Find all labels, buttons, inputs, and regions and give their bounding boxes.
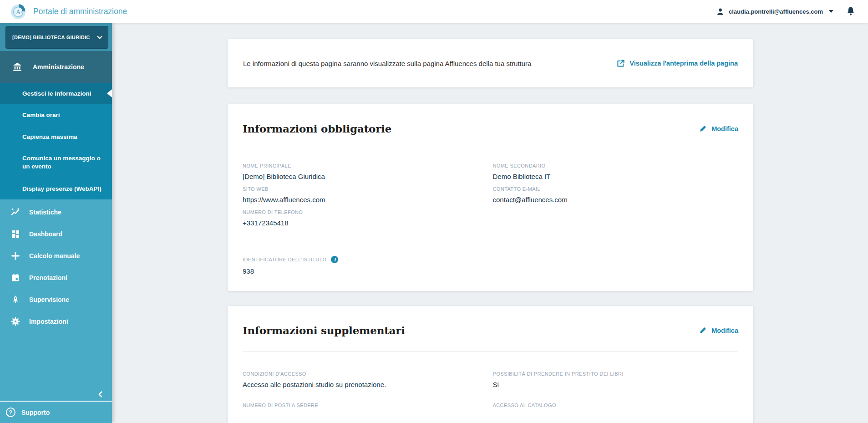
banner-message: Le informazioni di questa pagina saranno…	[243, 60, 531, 67]
submenu-label: Gestisci le informazioni	[22, 90, 91, 97]
chevron-down-icon	[96, 33, 104, 41]
field-label: NUMERO DI TELEFONO	[243, 209, 488, 215]
submenu-label: Comunica un messaggio o un evento	[22, 154, 104, 170]
sidebar-item-label: Supervisione	[29, 296, 69, 303]
main-content: Le informazioni di questa pagina saranno…	[112, 23, 868, 423]
field-prestito-libri: POSSIBILITÀ DI PRENDERE IN PRESTITO DEI …	[493, 371, 739, 389]
sidebar-item-amministrazione[interactable]: Amministrazione	[0, 51, 112, 83]
field-value: Demo Biblioteca IT	[493, 173, 739, 181]
field-label: NOME SECONDARIO	[493, 163, 739, 168]
header-right: claudia.pontrelli@affluences.com	[716, 6, 855, 16]
chevron-down-icon	[829, 10, 833, 13]
field-value	[243, 412, 488, 420]
chevron-left-icon	[96, 390, 105, 398]
identifier-block: IDENTIFICATORE DELL'ISTITUTO i 938	[243, 256, 738, 275]
field-posti-a-sedere: NUMERO DI POSTI A SEDERE	[243, 403, 488, 420]
sidebar-item-supervisione[interactable]: Supervisione	[0, 289, 112, 311]
notifications-button[interactable]	[846, 6, 855, 16]
sidebar-item-dashboard[interactable]: Dashboard	[0, 223, 112, 245]
sidebar-item-label: Statistiche	[29, 209, 61, 216]
rocket-icon	[11, 295, 20, 304]
field-value: +33172345418	[243, 219, 488, 227]
field-numero-telefono: NUMERO DI TELEFONO +33172345418	[243, 209, 488, 227]
field-label: CONDIZIONI D'ACCESSO	[243, 371, 488, 377]
edit-pencil-icon	[699, 125, 707, 133]
field-label: CONTATTO E-MAIL	[493, 186, 739, 192]
edit-supplementary-button[interactable]: Modifica	[699, 326, 738, 334]
sidebar-item-comunica-messaggio[interactable]: Comunica un messaggio o un evento	[0, 148, 112, 178]
page-title: Portale di amministrazione	[33, 7, 127, 16]
sidebar-item-label: Prenotazioni	[29, 274, 67, 281]
sidebar-item-label: Amministrazione	[33, 63, 84, 71]
field-value: contact@affluences.com	[493, 196, 739, 204]
sidebar-item-impostazioni[interactable]: Impostazioni	[0, 311, 112, 332]
preview-page-link[interactable]: Visualizza l'anteprima della pagina	[617, 59, 738, 67]
brand: A Portale di amministrazione	[9, 2, 127, 20]
field-value: [Demo] Biblioteca Giuridica	[243, 173, 488, 181]
site-selector-dropdown[interactable]: [DEMO] BIBLIOTECA GIURIDIC	[5, 26, 108, 49]
admin-portal-app: A Portale di amministrazione claudia.pon…	[0, 0, 868, 423]
submenu-label: Display presenze (WebAPI)	[22, 185, 102, 192]
plus-icon	[11, 251, 20, 260]
supplementary-info-card: Informazioni supplementari Modifica COND…	[228, 306, 753, 423]
edit-label: Modifica	[711, 327, 738, 334]
field-value: https://www.affluences.com	[243, 196, 488, 204]
sidebar-collapse-row	[0, 390, 112, 401]
sidebar-item-gestisci-le-informazioni[interactable]: Gestisci le informazioni	[0, 83, 112, 104]
card-header: Informazioni supplementari Modifica	[243, 324, 738, 336]
affluences-logo-icon: A	[9, 2, 27, 20]
sidebar-item-display-presenze[interactable]: Display presenze (WebAPI)	[0, 178, 112, 199]
amministrazione-submenu: Gestisci le informazioni Cambia orari Ca…	[0, 83, 112, 199]
question-mark: ?	[9, 409, 12, 416]
sidebar-item-label: Supporto	[21, 409, 50, 416]
field-value: Si	[493, 381, 739, 389]
sidebar: [DEMO] BIBLIOTECA GIURIDIC	[0, 23, 112, 423]
submenu-label: Cambia orari	[22, 112, 60, 118]
external-link-icon	[617, 59, 625, 67]
field-label: SITO WEB	[243, 186, 488, 192]
field-condizioni-accesso: CONDIZIONI D'ACCESSO Accesso alle postaz…	[243, 371, 488, 389]
site-selector-label: [DEMO] BIBLIOTECA GIURIDIC	[12, 35, 90, 40]
field-value	[493, 412, 739, 420]
account-menu[interactable]: claudia.pontrelli@affluences.com	[716, 7, 833, 16]
edit-mandatory-button[interactable]: Modifica	[699, 125, 738, 133]
sidebar-item-supporto[interactable]: ? Supporto	[0, 402, 112, 423]
info-icon[interactable]: i	[331, 256, 338, 263]
field-nome-principale: NOME PRINCIPALE [Demo] Biblioteca Giurid…	[243, 163, 488, 181]
edit-pencil-icon	[699, 326, 707, 334]
bell-icon	[846, 6, 855, 16]
site-selector-band: [DEMO] BIBLIOTECA GIURIDIC	[0, 23, 112, 51]
field-label: POSSIBILITÀ DI PRENDERE IN PRESTITO DEI …	[493, 371, 739, 377]
logo-letter: A	[15, 9, 20, 15]
help-icon: ?	[6, 408, 15, 417]
supplementary-fields-grid: CONDIZIONI D'ACCESSO Accesso alle postaz…	[243, 371, 738, 420]
collapse-sidebar-button[interactable]	[96, 390, 105, 398]
card-title: Informazioni supplementari	[243, 324, 405, 336]
divider	[243, 150, 738, 150]
preview-link-label: Visualizza l'anteprima della pagina	[629, 60, 738, 67]
submenu-label: Capienza massima	[22, 133, 77, 140]
card-title: Informazioni obbligatorie	[243, 122, 391, 135]
top-header: A Portale di amministrazione claudia.pon…	[0, 0, 868, 23]
field-value: 938	[243, 267, 738, 275]
sidebar-item-calcolo-manuale[interactable]: Calcolo manuale	[0, 245, 112, 267]
edit-label: Modifica	[711, 125, 738, 133]
stats-wand-icon	[11, 208, 20, 217]
bank-icon	[13, 62, 22, 71]
sidebar-item-cambia-orari[interactable]: Cambia orari	[0, 104, 112, 126]
info-letter: i	[334, 257, 335, 262]
sidebar-item-capienza-massima[interactable]: Capienza massima	[0, 126, 112, 148]
mandatory-info-card: Informazioni obbligatorie Modifica NOME …	[228, 104, 753, 291]
calendar-icon	[11, 273, 20, 282]
field-contatto-email: CONTATTO E-MAIL contact@affluences.com	[493, 186, 739, 204]
field-label: NOME PRINCIPALE	[243, 163, 488, 168]
field-nome-secondario: NOME SECONDARIO Demo Biblioteca IT	[493, 163, 739, 181]
user-email: claudia.pontrelli@affluences.com	[729, 8, 823, 15]
field-label: NUMERO DI POSTI A SEDERE	[243, 403, 488, 408]
field-label: ACCESSO AL CATALOGO	[493, 403, 739, 408]
sidebar-main-menu: Statistiche Dashboard	[0, 199, 112, 332]
sidebar-item-statistiche[interactable]: Statistiche	[0, 201, 112, 223]
active-item-arrow	[107, 89, 112, 97]
sidebar-item-prenotazioni[interactable]: Prenotazioni	[0, 267, 112, 289]
sidebar-item-label: Dashboard	[29, 230, 62, 238]
